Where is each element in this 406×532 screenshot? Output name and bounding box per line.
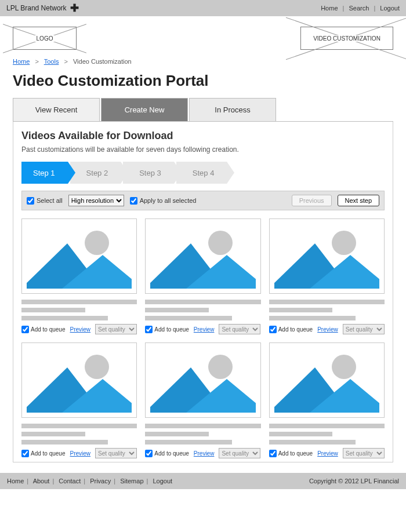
thumbnail-placeholder[interactable] [145,342,260,418]
queue-label: Add to queue [278,450,313,457]
quality-select[interactable]: Set quality [343,448,385,458]
topbar-link-logout[interactable]: Logout [380,5,400,12]
topbar-link-home[interactable]: Home [321,5,338,12]
separator: | [374,5,375,12]
footer-link-sitemap[interactable]: Sitemap [120,478,143,484]
chevron-right-icon: > [64,58,67,65]
breadcrumb-link-home[interactable]: Home [13,58,30,65]
preview-link[interactable]: Preview [317,326,338,333]
quality-select[interactable]: Set quality [219,448,260,458]
separator: | [343,5,345,12]
video-card: Add to queue Preview Set quality [21,342,137,458]
footer-link-about[interactable]: About [33,478,50,484]
queue-input[interactable] [269,450,277,457]
brand-label: LPL Brand Network [6,4,67,12]
select-all-input[interactable] [27,197,34,205]
queue-input[interactable] [145,326,153,333]
logo-label: LOGO [34,35,56,42]
queue-label: Add to queue [154,450,189,457]
select-all-label: Select all [37,197,63,204]
breadcrumb-link-tools[interactable]: Tools [44,58,59,65]
previous-button[interactable]: Previous [292,195,332,206]
card-footer: Add to queue Preview Set quality [269,324,385,334]
header-row: LOGO VIDEO CUSTOMIZATION [0,16,406,56]
video-grid: Add to queue Preview Set quality Add to … [21,218,385,458]
topbar-link-search[interactable]: Search [349,5,369,12]
add-to-queue-checkbox[interactable]: Add to queue [269,326,313,333]
preview-link[interactable]: Preview [70,326,91,333]
add-to-queue-checkbox[interactable]: Add to queue [21,326,66,333]
text-placeholder [269,300,385,320]
text-placeholder [145,424,260,444]
queue-input[interactable] [21,450,29,457]
add-to-queue-checkbox[interactable]: Add to queue [269,450,313,457]
toolbar: Select all High resolution Apply to all … [21,191,385,210]
footer-link-home[interactable]: Home [7,478,24,484]
queue-label: Add to queue [31,326,66,333]
step-3[interactable]: Step 3 [123,162,174,184]
queue-input[interactable] [145,450,153,457]
step-2[interactable]: Step 2 [70,162,121,184]
tab-create-new[interactable]: Create New [101,98,188,121]
quality-select[interactable]: Set quality [343,324,385,334]
queue-label: Add to queue [31,450,66,457]
queue-label: Add to queue [154,326,189,333]
step-4[interactable]: Step 4 [176,162,227,184]
video-card: Add to queue Preview Set quality [21,218,137,334]
text-placeholder [21,424,137,444]
preview-link[interactable]: Preview [194,450,215,457]
preview-link[interactable]: Preview [194,326,215,333]
plus-icon[interactable]: ✚ [70,3,79,13]
thumbnail-placeholder[interactable] [21,342,137,418]
thumbnail-placeholder[interactable] [21,218,137,294]
queue-label: Add to queue [278,326,313,333]
apply-all-checkbox[interactable]: Apply to all selected [130,197,197,205]
video-card: Add to queue Preview Set quality [269,342,385,458]
text-placeholder [21,300,137,320]
quality-select[interactable]: Set quality [95,448,137,458]
wizard-steps: Step 1 Step 2 Step 3 Step 4 [21,162,385,184]
apply-all-input[interactable] [130,197,137,205]
footer-link-privacy[interactable]: Privacy [90,478,111,484]
footer-link-contact[interactable]: Contact [59,478,81,484]
brand-area: LPL Brand Network ✚ [6,3,79,13]
card-footer: Add to queue Preview Set quality [21,448,137,458]
breadcrumb: Home > Tools > Video Customization [0,56,406,68]
preview-link[interactable]: Preview [70,450,91,457]
breadcrumb-current: Video Customization [73,58,132,65]
add-to-queue-checkbox[interactable]: Add to queue [145,450,189,457]
hero-placeholder[interactable]: VIDEO CUSTOMIZATION [300,27,393,50]
hero-label: VIDEO CUSTOMIZATION [311,35,383,42]
footer: Home| About| Contact| Privacy| Sitemap| … [0,473,406,489]
video-card: Add to queue Preview Set quality [145,342,260,458]
add-to-queue-checkbox[interactable]: Add to queue [21,450,66,457]
card-footer: Add to queue Preview Set quality [145,448,260,458]
tabs: View Recent Create New In Process [13,98,393,122]
footer-links: Home| About| Contact| Privacy| Sitemap| … [7,478,172,484]
resolution-select[interactable]: High resolution [68,195,124,206]
panel-heading: Videos Available for Download [21,130,385,142]
footer-link-logout[interactable]: Logout [153,478,172,484]
chevron-right-icon: > [35,58,38,65]
quality-select[interactable]: Set quality [95,324,137,334]
card-footer: Add to queue Preview Set quality [269,448,385,458]
text-placeholder [269,424,385,444]
tab-in-process[interactable]: In Process [189,98,276,121]
tab-view-recent[interactable]: View Recent [13,98,100,121]
step-1[interactable]: Step 1 [21,162,68,184]
thumbnail-placeholder[interactable] [145,218,260,294]
card-footer: Add to queue Preview Set quality [21,324,137,334]
panel-subheading: Past customizations will be available fo… [21,145,385,154]
preview-link[interactable]: Preview [317,450,338,457]
queue-input[interactable] [269,326,277,333]
thumbnail-placeholder[interactable] [269,342,385,418]
next-step-button[interactable]: Next step [338,195,379,206]
video-card: Add to queue Preview Set quality [145,218,260,334]
quality-select[interactable]: Set quality [219,324,260,334]
main-panel: Videos Available for Download Past custo… [13,122,393,462]
logo-placeholder[interactable]: LOGO [13,27,77,50]
select-all-checkbox[interactable]: Select all [27,197,63,205]
thumbnail-placeholder[interactable] [269,218,385,294]
add-to-queue-checkbox[interactable]: Add to queue [145,326,189,333]
queue-input[interactable] [21,326,29,333]
